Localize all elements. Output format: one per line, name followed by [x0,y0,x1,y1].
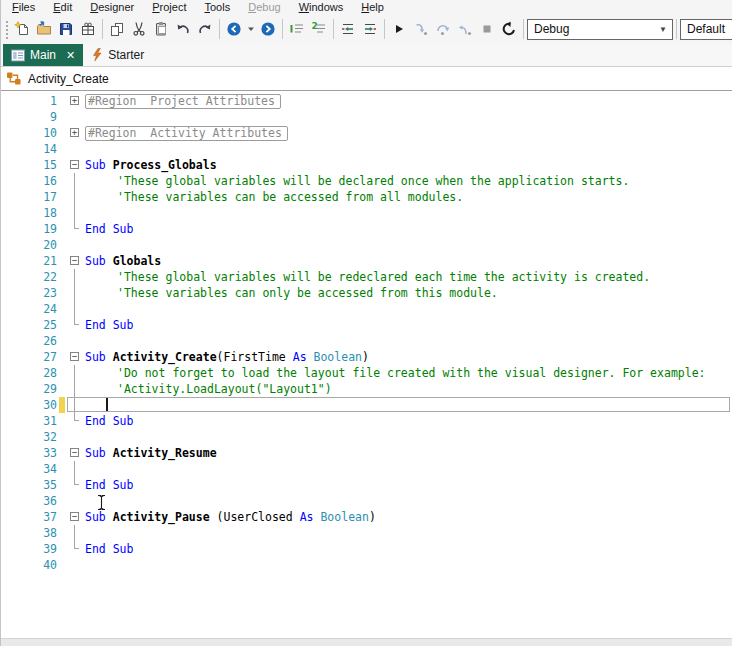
line-number[interactable]: 19 [1,222,57,236]
collapsed-region-box[interactable]: #Region Activity Attributes [85,126,288,141]
line-number[interactable]: 33 [1,446,57,460]
indent-button[interactable] [359,16,381,42]
line-number[interactable]: 14 [1,142,57,156]
code-line-39[interactable]: 39End Sub [1,541,732,557]
code-line-27[interactable]: 27−Sub Activity_Create(FirstTime As Bool… [1,349,732,365]
code-line-37[interactable]: 37−Sub Activity_Pause (UserClosed As Boo… [1,509,732,525]
line-number[interactable]: 24 [1,302,57,316]
line-number[interactable]: 15 [1,158,57,172]
menu-files[interactable]: Files [3,1,44,14]
menu-help[interactable]: Help [352,1,393,14]
comment-button[interactable] [286,16,308,42]
navigate-back-button[interactable] [223,16,245,42]
cut-button[interactable] [128,16,150,42]
code-line-23[interactable]: 23'These variables can only be accessed … [1,285,732,301]
navigate-forward-button[interactable] [257,16,279,42]
line-number[interactable]: 37 [1,510,57,524]
code-line-26[interactable]: 26 [1,333,732,349]
code-line-18[interactable]: 18 [1,205,732,221]
code-line-30[interactable]: 30 [1,397,732,413]
code-line-35[interactable]: 35End Sub [1,477,732,493]
code-line-20[interactable]: 20 [1,237,732,253]
menu-windows[interactable]: Windows [290,1,353,14]
code-line-16[interactable]: 16'These global variables will be declar… [1,173,732,189]
menu-edit[interactable]: Edit [44,1,81,14]
code-line-29[interactable]: 29'Activity.LoadLayout("Layout1") [1,381,732,397]
close-tab-icon[interactable]: ✕ [66,49,75,62]
line-number[interactable]: 40 [1,558,57,572]
line-number[interactable]: 20 [1,238,57,252]
line-number[interactable]: 23 [1,286,57,300]
uncomment-button[interactable]: 2 [308,16,330,42]
expand-region-icon[interactable]: + [70,96,79,105]
line-number[interactable]: 31 [1,414,57,428]
profile-select[interactable]: Default [680,19,732,40]
line-number[interactable]: 10 [1,126,57,140]
code-line-38[interactable]: 38 [1,525,732,541]
open-project-button[interactable] [33,16,55,42]
build-configuration-select[interactable]: Debug▼ [527,19,673,40]
code-line-10[interactable]: 10+#Region Activity Attributes [1,125,732,141]
code-line-17[interactable]: 17'These variables can be accessed from … [1,189,732,205]
code-line-14[interactable]: 14 [1,141,732,157]
code-line-28[interactable]: 28'Do not forget to load the layout file… [1,365,732,381]
code-line-1[interactable]: 1+#Region Project Attributes [1,93,732,109]
paste-button[interactable] [150,16,172,42]
code-line-24[interactable]: 24 [1,301,732,317]
code-line-33[interactable]: 33−Sub Activity_Resume [1,445,732,461]
horizontal-scrollbar[interactable] [1,638,732,646]
collapse-region-icon[interactable]: − [70,512,79,521]
line-number[interactable]: 35 [1,478,57,492]
line-number[interactable]: 25 [1,318,57,332]
breadcrumb-sub-name[interactable]: Activity_Create [28,72,109,86]
collapsed-region-box[interactable]: #Region Project Attributes [85,94,281,109]
code-line-34[interactable]: 34 [1,461,732,477]
run-button[interactable] [388,16,410,42]
save-button[interactable] [55,16,77,42]
code-line-19[interactable]: 19End Sub [1,221,732,237]
line-number[interactable]: 32 [1,430,57,444]
collapse-region-icon[interactable]: − [70,352,79,361]
collapse-region-icon[interactable]: − [70,448,79,457]
line-number[interactable]: 28 [1,366,57,380]
collapse-region-icon[interactable]: − [70,160,79,169]
code-line-9[interactable]: 9 [1,109,732,125]
code-line-15[interactable]: 15−Sub Process_Globals [1,157,732,173]
package-button[interactable] [77,16,99,42]
line-number[interactable]: 22 [1,270,57,284]
code-editor[interactable]: 1+#Region Project Attributes910+#Region … [1,90,732,638]
line-number[interactable]: 30 [1,398,57,412]
code-line-36[interactable]: 36 [1,493,732,509]
line-number[interactable]: 1 [1,94,57,108]
line-number[interactable]: 17 [1,190,57,204]
back-dropdown-button[interactable] [245,16,257,42]
outdent-button[interactable] [337,16,359,42]
line-number[interactable]: 39 [1,542,57,556]
code-line-22[interactable]: 22'These global variables will be redecl… [1,269,732,285]
code-line-31[interactable]: 31End Sub [1,413,732,429]
toolbar-grip[interactable] [4,19,8,39]
line-number[interactable]: 27 [1,350,57,364]
redo-button[interactable] [194,16,216,42]
line-number[interactable]: 38 [1,526,57,540]
tab-main[interactable]: Main ✕ [3,44,83,66]
line-number[interactable]: 21 [1,254,57,268]
code-line-40[interactable]: 40 [1,557,732,573]
line-number[interactable]: 26 [1,334,57,348]
undo-button[interactable] [172,16,194,42]
tab-starter[interactable]: Starter [83,44,152,66]
code-line-25[interactable]: 25End Sub [1,317,732,333]
line-number[interactable]: 18 [1,206,57,220]
menu-tools[interactable]: Tools [196,1,240,14]
menu-designer[interactable]: Designer [81,1,143,14]
menu-project[interactable]: Project [143,1,195,14]
line-number[interactable]: 36 [1,494,57,508]
line-number[interactable]: 34 [1,462,57,476]
new-file-button[interactable] [11,16,33,42]
line-number[interactable]: 9 [1,110,57,124]
code-line-32[interactable]: 32 [1,429,732,445]
line-number[interactable]: 29 [1,382,57,396]
copy-button[interactable] [106,16,128,42]
line-number[interactable]: 16 [1,174,57,188]
collapse-region-icon[interactable]: − [70,256,79,265]
